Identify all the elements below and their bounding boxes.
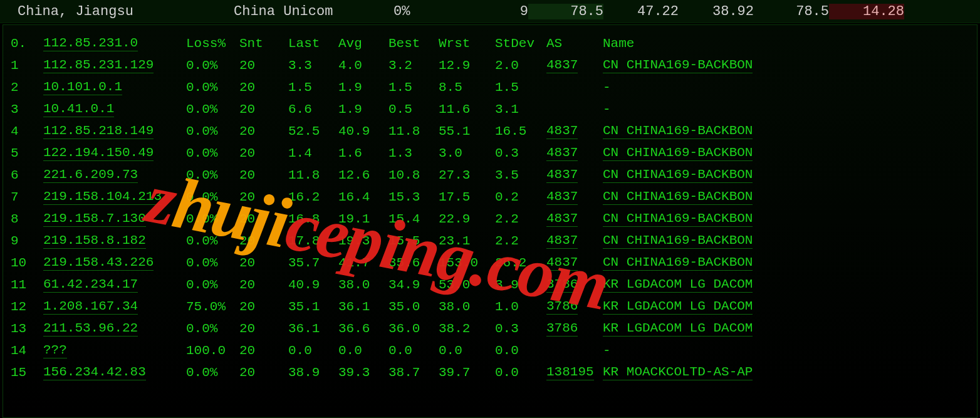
hop-row: 9219.158.8.1820.0%2017.819.315.523.12.24… — [11, 230, 969, 252]
hop-ip[interactable]: 10.101.0.1 — [43, 80, 186, 95]
hop-wrst: 55.1 — [439, 124, 495, 138]
hop-as[interactable]: 3786 — [546, 299, 603, 315]
hop-snt: 20 — [239, 58, 288, 73]
hop-wrst: 38.0 — [439, 300, 495, 314]
hop-snt: 20 — [239, 212, 288, 226]
hop-row: 5122.194.150.490.0%201.41.61.33.00.34837… — [11, 142, 969, 164]
hop-asname[interactable]: CN CHINA169-BACKBON — [603, 58, 969, 73]
hop-as[interactable]: 4837 — [546, 58, 603, 73]
hop-number: 5 — [11, 146, 43, 160]
hop-stdev: 0.3 — [495, 146, 546, 160]
hop-as[interactable]: 4837 — [546, 233, 603, 249]
hop-best: 34.9 — [388, 278, 439, 292]
hop-best: 0.5 — [388, 102, 439, 117]
hop-asname[interactable]: CN CHINA169-BACKBON — [603, 167, 969, 183]
hop-ip[interactable]: 219.158.104.213 — [43, 189, 186, 205]
hop-wrst: 23.1 — [439, 234, 495, 248]
hop-best: 15.5 — [388, 234, 439, 248]
hop-last: 36.1 — [288, 321, 338, 336]
hop-last: 52.5 — [288, 124, 338, 138]
hop-stdev: 3.1 — [495, 102, 546, 117]
hop-ip[interactable]: 156.234.42.83 — [43, 365, 186, 380]
hop-row: 6221.6.209.730.0%2011.812.610.827.33.548… — [11, 164, 969, 186]
hop-asname[interactable]: KR LGDACOM LG DACOM — [603, 321, 969, 337]
hop-ip[interactable]: 211.53.96.22 — [43, 321, 186, 337]
hop-as[interactable]: 138195 — [546, 365, 603, 380]
hop-avg: 1.9 — [338, 102, 388, 117]
hop-asname[interactable]: KR LGDACOM LG DACOM — [603, 277, 969, 293]
hop-loss: 0.0% — [186, 365, 239, 380]
hop-asname[interactable]: - — [603, 102, 969, 117]
hop-ip[interactable]: ??? — [43, 343, 186, 358]
hop-avg: 12.6 — [338, 168, 388, 182]
hop-loss: 0.0% — [186, 124, 239, 138]
hop-asname[interactable]: CN CHINA169-BACKBON — [603, 233, 969, 249]
hop-as[interactable]: 4837 — [546, 123, 603, 139]
hop-row: 4112.85.218.1490.0%2052.540.911.855.116.… — [11, 120, 969, 142]
hop-last: 3.3 — [288, 58, 338, 73]
hop-as[interactable]: 4837 — [546, 211, 603, 227]
hop-asname[interactable]: - — [603, 80, 969, 95]
hop-asname[interactable]: CN CHINA169-BACKBON — [603, 255, 969, 271]
hop-loss: 0.0% — [186, 146, 239, 160]
hop-best: 10.8 — [388, 168, 439, 182]
hop-stdev: 16.5 — [495, 124, 546, 138]
hop-ip[interactable]: 1.208.167.34 — [43, 299, 186, 315]
hop-as[interactable]: 4837 — [546, 145, 603, 161]
hop-as[interactable]: 3786 — [546, 321, 603, 337]
location-label: China, Jiangsu — [18, 4, 234, 19]
hop-as[interactable]: 3786 — [546, 277, 603, 293]
hop-asname[interactable]: CN CHINA169-BACKBON — [603, 211, 969, 227]
header-row: 0. 112.85.231.0 Loss% Snt Last Avg Best … — [11, 33, 969, 55]
hop-ip[interactable]: 219.158.7.130 — [43, 211, 186, 227]
hop-loss: 0.0% — [186, 321, 239, 336]
count-label: 9 — [462, 4, 528, 19]
hop-ip[interactable]: 219.158.43.226 — [43, 255, 186, 271]
hop-avg: 41.7 — [338, 256, 388, 270]
hop-best: 38.7 — [388, 365, 439, 380]
hop-asname[interactable]: KR LGDACOM LG DACOM — [603, 299, 969, 315]
hop-asname[interactable]: CN CHINA169-BACKBON — [603, 189, 969, 205]
hdr-avg: Avg — [338, 36, 388, 51]
hop-last: 1.4 — [288, 146, 338, 160]
hop-wrst: 53.0 — [439, 278, 495, 292]
hop-asname[interactable]: CN CHINA169-BACKBON — [603, 123, 969, 139]
hop-avg: 1.9 — [338, 80, 388, 95]
stat-3: 38.92 — [679, 4, 754, 19]
hop-number: 13 — [11, 321, 43, 336]
hop-best: 3.2 — [388, 58, 439, 73]
hop-wrst: 39.7 — [439, 365, 495, 380]
hop-wrst: 12.9 — [439, 58, 495, 73]
hop-as[interactable]: 4837 — [546, 255, 603, 271]
hop-snt: 20 — [239, 190, 288, 204]
hop-loss: 0.0% — [186, 58, 239, 73]
summary-bar: China, Jiangsu China Unicom 0% 9 78.5 47… — [0, 0, 980, 23]
hop-loss: 0.0% — [186, 234, 239, 248]
hop-ip[interactable]: 61.42.234.17 — [43, 277, 186, 293]
traceroute-panel: 0. 112.85.231.0 Loss% Snt Last Avg Best … — [3, 24, 977, 418]
hop-asname[interactable]: - — [603, 343, 969, 358]
isp-label: China Unicom — [234, 4, 394, 19]
hop-asname[interactable]: KR MOACKCOLTD-AS-AP — [603, 365, 969, 380]
hop-stdev: 3.9 — [495, 278, 546, 292]
hop-ip[interactable]: 221.6.209.73 — [43, 167, 186, 183]
hdr-name: Name — [603, 36, 969, 51]
hop-stdev: 2.2 — [495, 212, 546, 226]
hop-best: 11.8 — [388, 124, 439, 138]
hop-ip[interactable]: 219.158.8.182 — [43, 233, 186, 249]
hop-as[interactable]: 4837 — [546, 167, 603, 183]
hop-ip[interactable]: 112.85.218.149 — [43, 123, 186, 139]
hop-ip[interactable]: 10.41.0.1 — [43, 102, 186, 117]
hop-number: 4 — [11, 124, 43, 138]
hop-as[interactable]: 4837 — [546, 189, 603, 205]
hop-ip[interactable]: 112.85.231.129 — [43, 58, 186, 73]
hop-stdev: 26.2 — [495, 256, 546, 270]
hop-loss: 0.0% — [186, 80, 239, 95]
hop-snt: 20 — [239, 234, 288, 248]
hop-last: 6.6 — [288, 102, 338, 117]
hop-best: 15.3 — [388, 190, 439, 204]
hop-loss: 0.0% — [186, 168, 239, 182]
stat-4: 78.5 — [754, 4, 829, 19]
hop-asname[interactable]: CN CHINA169-BACKBON — [603, 145, 969, 161]
hop-ip[interactable]: 122.194.150.49 — [43, 145, 186, 161]
